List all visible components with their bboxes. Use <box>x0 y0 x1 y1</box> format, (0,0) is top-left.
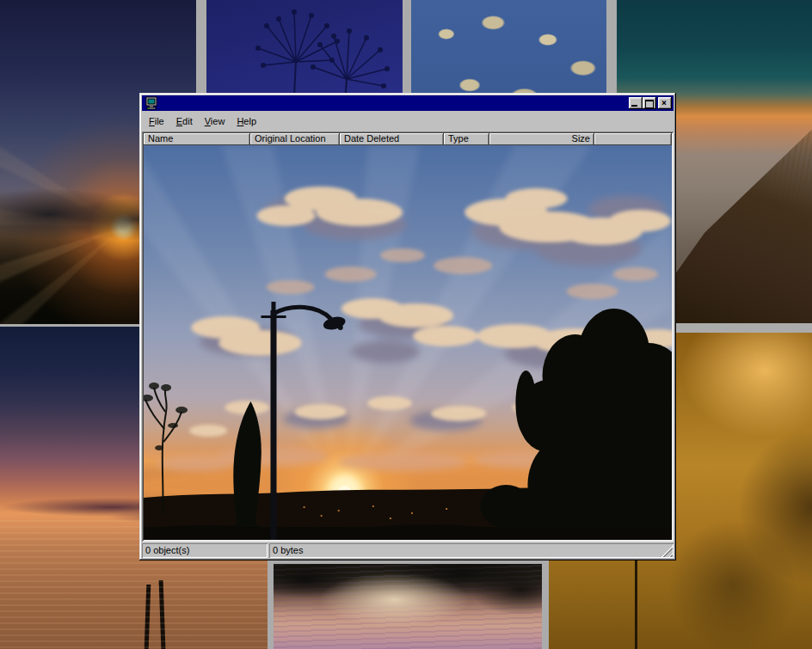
column-header-type[interactable]: Type <box>444 133 489 145</box>
menu-bar: FileEditViewHelp <box>143 113 673 129</box>
column-header-name[interactable]: Name <box>144 133 250 145</box>
maximize-icon <box>645 100 654 108</box>
photo-water-reflection <box>274 564 542 649</box>
status-size: 0 bytes <box>269 543 674 558</box>
menu-item-view[interactable]: View <box>199 114 231 128</box>
list-viewport-sunset-photo[interactable]: pno <box>144 145 672 540</box>
recycle-bin-window: × FileEditViewHelp Name Original Locatio… <box>139 93 676 560</box>
column-header-date-deleted[interactable]: Date Deleted <box>340 133 444 145</box>
menu-item-help[interactable]: Help <box>231 114 262 128</box>
column-header-original-location[interactable]: Original Location <box>250 133 340 145</box>
column-header-row: Name Original Location Date Deleted Type… <box>144 133 672 145</box>
close-icon: × <box>661 100 667 107</box>
minimize-button[interactable] <box>629 97 643 109</box>
close-button[interactable]: × <box>658 97 672 109</box>
sunset-lamp-photo: pno <box>144 145 672 540</box>
minimize-icon <box>631 105 637 107</box>
status-size-text: 0 bytes <box>273 545 303 555</box>
computer-icon <box>145 96 158 110</box>
maximize-button[interactable] <box>643 97 656 109</box>
status-bar: 0 object(s) 0 bytes <box>142 542 674 558</box>
title-bar[interactable]: × <box>142 95 674 111</box>
lake-pole <box>145 585 151 649</box>
status-object-count: 0 object(s) <box>142 543 268 558</box>
desktop: × FileEditViewHelp Name Original Locatio… <box>0 0 812 649</box>
menu-item-edit[interactable]: Edit <box>170 114 199 128</box>
column-header-size[interactable]: Size <box>489 133 594 145</box>
menu-item-file[interactable]: File <box>143 114 170 128</box>
lake-pole <box>159 580 166 649</box>
list-area: Name Original Location Date Deleted Type… <box>142 132 674 542</box>
resize-grip[interactable] <box>661 546 673 557</box>
column-header-blank[interactable] <box>594 133 672 145</box>
